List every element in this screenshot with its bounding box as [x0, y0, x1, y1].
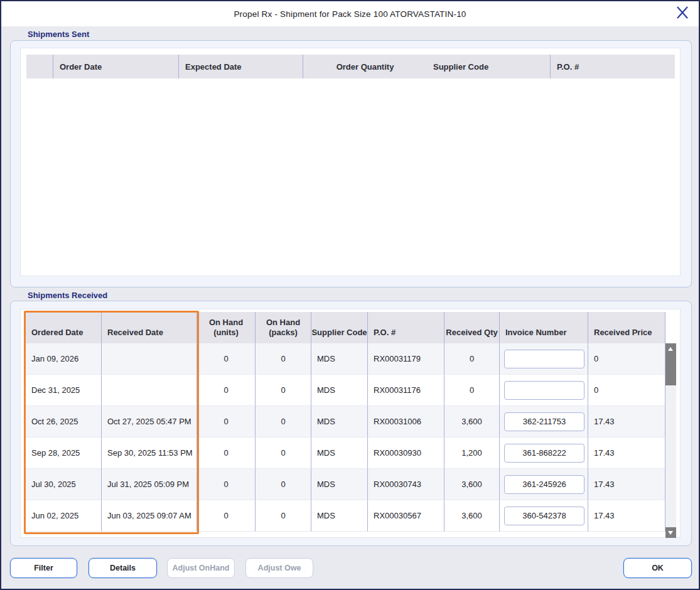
supplier-code-cell: MDS	[311, 375, 368, 406]
ordered-date-cell: Jul 30, 2025	[25, 469, 102, 500]
ordered-date-cell: Sep 28, 2025	[25, 437, 102, 469]
table-row[interactable]: Dec 31, 2025 0 0 MDS RX00031176 0 0	[25, 375, 665, 406]
close-button[interactable]	[674, 6, 691, 22]
on-hand-units-cell: 0	[197, 375, 256, 406]
details-button[interactable]: Details	[89, 558, 157, 578]
received-price-cell: 17.43	[588, 500, 665, 532]
close-icon	[675, 5, 690, 23]
received-price-cell: 0	[588, 343, 665, 375]
shipments-sent-label: Shipments Sent	[28, 30, 89, 39]
on-hand-packs-cell: 0	[256, 343, 311, 375]
recv-col-invoice-number[interactable]: Invoice Number	[500, 312, 588, 343]
invoice-number-input[interactable]	[504, 444, 584, 463]
table-row[interactable]: Jun 02, 2025 Jun 03, 2025 09:07 AM 0 0 M…	[25, 500, 665, 532]
scroll-up-icon	[668, 347, 673, 351]
shipments-received-table-header: Ordered Date Received Date On Hand (unit…	[25, 312, 665, 343]
scroll-down-icon	[668, 531, 673, 535]
ordered-date-cell: Oct 26, 2025	[25, 406, 102, 437]
recv-col-received-date[interactable]: Received Date	[102, 312, 197, 343]
on-hand-packs-cell: 0	[256, 437, 311, 469]
vertical-scrollbar[interactable]	[665, 343, 676, 538]
on-hand-units-cell: 0	[197, 469, 256, 500]
received-date-cell	[102, 343, 197, 375]
recv-col-received-price[interactable]: Received Price	[588, 312, 665, 343]
recv-col-po-number[interactable]: P.O. #	[368, 312, 444, 343]
invoice-number-input[interactable]	[504, 507, 584, 525]
invoice-number-input[interactable]	[504, 475, 584, 494]
table-row[interactable]: Sep 28, 2025 Sep 30, 2025 11:53 PM 0 0 M…	[25, 437, 665, 469]
title-bar: Propel Rx - Shipment for Pack Size 100 A…	[1, 1, 699, 26]
recv-col-received-qty[interactable]: Received Qty	[444, 312, 500, 343]
po-number-cell: RX00031176	[368, 375, 444, 406]
on-hand-packs-cell: 0	[256, 500, 311, 532]
recv-col-on-hand-packs[interactable]: On Hand (packs)	[256, 312, 311, 343]
ordered-date-cell: Jan 09, 2026	[25, 343, 102, 375]
ordered-date-cell: Dec 31, 2025	[25, 375, 102, 406]
po-number-cell: RX00031006	[368, 406, 444, 437]
invoice-number-input[interactable]	[504, 412, 584, 431]
adjust-owe-button: Adjust Owe	[245, 558, 313, 578]
po-number-cell: RX00030743	[368, 469, 444, 500]
sent-col-po-number[interactable]: P.O. #	[550, 55, 675, 78]
on-hand-units-cell: 0	[197, 500, 256, 532]
received-price-cell: 17.43	[588, 469, 665, 500]
sent-col-order-quantity[interactable]: Order Quantity	[303, 55, 427, 78]
received-price-cell: 0	[588, 375, 665, 406]
shipments-sent-panel	[20, 48, 681, 276]
on-hand-packs-cell: 0	[256, 375, 311, 406]
received-date-cell: Sep 30, 2025 11:53 PM	[102, 437, 197, 469]
shipments-received-table: Ordered Date Received Date On Hand (unit…	[25, 312, 665, 532]
received-qty-cell: 0	[444, 343, 500, 375]
po-number-cell: RX00030930	[368, 437, 444, 469]
received-price-cell: 17.43	[588, 437, 665, 469]
table-row[interactable]: Jan 09, 2026 0 0 MDS RX00031179 0 0	[25, 343, 665, 375]
received-qty-cell: 0	[444, 375, 500, 406]
po-number-cell: RX00030567	[368, 500, 444, 532]
on-hand-packs-cell: 0	[256, 469, 311, 500]
ordered-date-cell: Jun 02, 2025	[25, 500, 102, 532]
scrollbar-thumb[interactable]	[665, 343, 676, 385]
sent-col-expected-date[interactable]: Expected Date	[179, 55, 303, 78]
received-qty-cell: 1,200	[444, 437, 500, 469]
on-hand-units-cell: 0	[197, 437, 256, 469]
on-hand-units-cell: 0	[197, 406, 256, 437]
sent-col-selector	[26, 55, 53, 78]
recv-col-on-hand-units[interactable]: On Hand (units)	[197, 312, 256, 343]
recv-col-ordered-date[interactable]: Ordered Date	[25, 312, 102, 343]
adjust-onhand-button: Adjust OnHand	[167, 558, 235, 578]
received-qty-cell: 3,600	[444, 469, 500, 500]
invoice-number-input[interactable]	[504, 350, 584, 368]
scroll-down-button[interactable]	[665, 527, 676, 538]
received-date-cell: Oct 27, 2025 05:47 PM	[102, 406, 197, 437]
supplier-code-cell: MDS	[311, 437, 368, 469]
received-date-cell	[102, 375, 197, 406]
table-row[interactable]: Oct 26, 2025 Oct 27, 2025 05:47 PM 0 0 M…	[25, 406, 665, 437]
received-price-cell: 17.43	[588, 406, 665, 437]
supplier-code-cell: MDS	[311, 469, 368, 500]
invoice-number-input[interactable]	[504, 381, 584, 400]
received-qty-cell: 3,600	[444, 500, 500, 532]
shipments-received-label: Shipments Received	[28, 291, 107, 300]
on-hand-packs-cell: 0	[256, 406, 311, 437]
received-date-cell: Jul 31, 2025 05:09 PM	[102, 469, 197, 500]
supplier-code-cell: MDS	[311, 500, 368, 532]
sent-col-order-date[interactable]: Order Date	[53, 55, 179, 78]
received-date-cell: Jun 03, 2025 09:07 AM	[102, 500, 197, 532]
sent-col-supplier-code[interactable]: Supplier Code	[427, 55, 550, 78]
shipment-dialog: Propel Rx - Shipment for Pack Size 100 A…	[0, 0, 700, 590]
po-number-cell: RX00031179	[368, 343, 444, 375]
ok-button[interactable]: OK	[623, 558, 692, 578]
on-hand-units-cell: 0	[197, 343, 256, 375]
received-qty-cell: 3,600	[444, 406, 500, 437]
supplier-code-cell: MDS	[311, 406, 368, 437]
supplier-code-cell: MDS	[311, 343, 368, 375]
shipments-sent-table-header: Order Date Expected Date Order Quantity …	[26, 55, 675, 78]
filter-button[interactable]: Filter	[10, 558, 77, 578]
table-row[interactable]: Jul 30, 2025 Jul 31, 2025 05:09 PM 0 0 M…	[25, 469, 665, 500]
recv-col-supplier-code[interactable]: Supplier Code	[311, 312, 368, 343]
dialog-title: Propel Rx - Shipment for Pack Size 100 A…	[1, 1, 699, 26]
